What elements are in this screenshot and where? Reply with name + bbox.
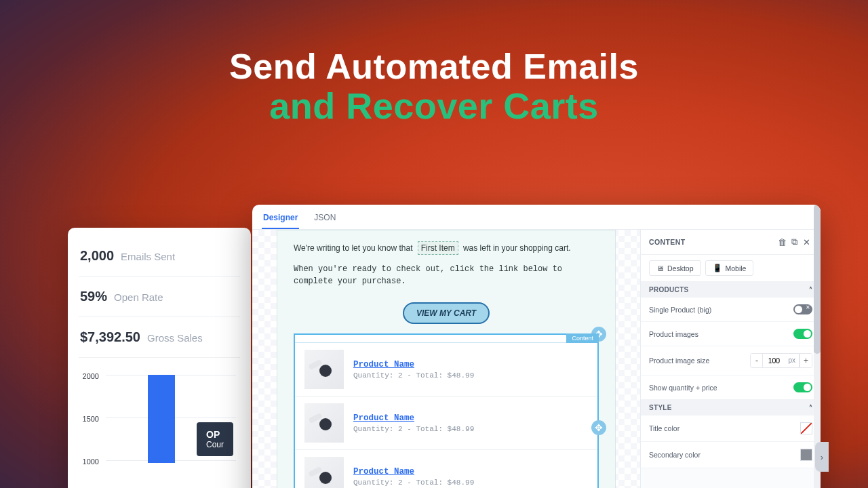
image-size-stepper[interactable]: - px + (750, 353, 812, 368)
chart-tooltip: OP Cour (197, 422, 233, 456)
product-name[interactable]: Product Name (353, 467, 474, 476)
headline-line-1: Send Automated Emails (0, 47, 868, 86)
toggle-product-images[interactable] (793, 329, 812, 339)
toggle-show-qty-price[interactable] (793, 382, 812, 392)
toggle-single-product[interactable] (793, 304, 812, 314)
email-paragraph-2: When you're ready to check out, click th… (294, 263, 599, 287)
prop-secondary-color: Secondary color (649, 451, 800, 459)
designer-canvas[interactable]: We're writing to let you know that First… (252, 230, 640, 488)
stat-open-rate: 59% Open Rate (79, 277, 240, 317)
product-thumb-icon (304, 350, 344, 389)
y-tick: 2000 (75, 372, 99, 380)
desktop-icon: 🖥 (656, 264, 664, 272)
product-row[interactable]: Product Name Quantity: 2 - Total: $48.99 (295, 396, 597, 450)
device-label: Mobile (726, 264, 747, 272)
product-thumb-icon (304, 403, 344, 443)
prop-single-product: Single Product (big) (649, 306, 793, 314)
stat-value: 59% (80, 289, 107, 304)
prop-title-color: Title color (649, 424, 800, 432)
products-block[interactable]: ✥ ✥ Content Product Name Quantity: 2 - T… (294, 333, 599, 488)
tooltip-subtitle: Cour (206, 440, 224, 449)
panel-title: CONTENT (649, 238, 776, 246)
chevron-up-icon: ˄ (809, 404, 812, 411)
secondary-color-swatch[interactable] (800, 449, 812, 461)
device-label: Desktop (667, 264, 694, 272)
text-span: We're writing to let you know that (294, 243, 412, 253)
chart-grid: OP Cour (106, 375, 236, 463)
product-name[interactable]: Product Name (353, 413, 474, 423)
prop-show-qty-price: Show quantity + price (649, 384, 793, 392)
view-cart-button[interactable]: VIEW MY CART (403, 302, 490, 324)
email-designer-window: Designer JSON We're writing to let you k… (252, 205, 821, 488)
product-thumb-icon (304, 457, 344, 488)
text-span: was left in your shopping cart. (463, 243, 571, 253)
product-meta: Quantity: 2 - Total: $48.99 (353, 479, 474, 487)
section-title: STYLE (649, 404, 672, 411)
product-row[interactable]: Product Name Quantity: 2 - Total: $48.99 (295, 343, 597, 396)
stat-label: Gross Sales (147, 332, 203, 344)
product-meta: Quantity: 2 - Total: $48.99 (353, 425, 474, 433)
chevron-up-icon: ˄ (809, 286, 812, 293)
properties-panel: CONTENT 🗑 ⧉ ✕ 🖥Desktop 📱Mobile PRODUCTS˄… (640, 230, 821, 488)
stepper-increment[interactable]: + (800, 354, 812, 367)
merge-tag-first-item[interactable]: First Item (418, 241, 458, 255)
content-badge: Content (566, 333, 599, 343)
tab-json[interactable]: JSON (313, 209, 337, 229)
collapse-panel-handle[interactable]: › (815, 442, 829, 472)
stat-label: Emails Sent (121, 251, 175, 262)
section-style[interactable]: STYLE˄ (641, 400, 821, 415)
image-size-input[interactable] (763, 354, 785, 367)
section-title: PRODUCTS (649, 286, 689, 293)
duplicate-icon[interactable]: ⧉ (788, 237, 800, 247)
stat-label: Open Rate (114, 291, 163, 303)
unit-label: px (785, 354, 800, 367)
prop-image-size: Product image size (649, 357, 750, 365)
stat-emails-sent: 2,000 Emails Sent (79, 236, 240, 277)
close-icon[interactable]: ✕ (800, 237, 812, 247)
prop-product-images: Product images (649, 330, 793, 338)
trash-icon[interactable]: 🗑 (776, 237, 788, 247)
headline-line-2: and Recover Carts (0, 86, 868, 126)
y-tick: 1500 (75, 415, 99, 423)
y-axis: 2000 1500 1000 (75, 375, 102, 464)
stat-value: $7,392.50 (80, 329, 140, 345)
tooltip-title: OP (206, 429, 220, 440)
chart-bar (148, 375, 175, 463)
tab-designer[interactable]: Designer (262, 209, 299, 229)
stepper-decrement[interactable]: - (751, 354, 763, 367)
mobile-icon: 📱 (713, 264, 722, 272)
product-name[interactable]: Product Name (353, 360, 474, 369)
stat-value: 2,000 (80, 248, 114, 264)
product-meta: Quantity: 2 - Total: $48.99 (353, 371, 474, 380)
move-block-handle[interactable]: ✥ (591, 420, 606, 435)
email-paragraph-1: We're writing to let you know that First… (294, 241, 599, 255)
product-row[interactable]: Product Name Quantity: 2 - Total: $48.99 (295, 450, 597, 488)
title-color-swatch[interactable] (800, 422, 812, 434)
stat-gross-sales: $7,392.50 Gross Sales (79, 317, 240, 358)
marketing-headline: Send Automated Emails and Recover Carts (0, 47, 868, 127)
device-desktop-button[interactable]: 🖥Desktop (649, 260, 701, 276)
section-products[interactable]: PRODUCTS˄ (641, 282, 821, 298)
y-tick: 1000 (75, 458, 99, 466)
designer-tabs: Designer JSON (252, 205, 821, 230)
chart-area: 2000 1500 1000 OP Cour (79, 358, 240, 473)
email-preview: We're writing to let you know that First… (277, 230, 616, 488)
stats-card: 2,000 Emails Sent 59% Open Rate $7,392.5… (68, 228, 251, 488)
device-mobile-button[interactable]: 📱Mobile (705, 260, 754, 276)
